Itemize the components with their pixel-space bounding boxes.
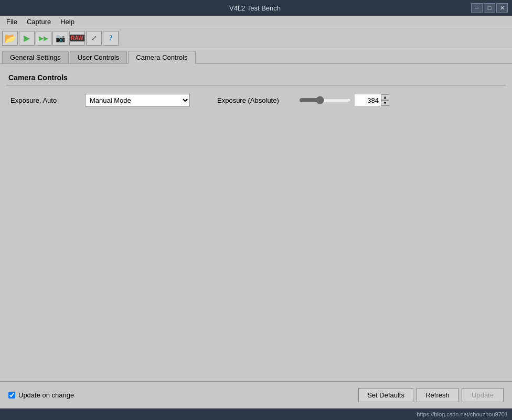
refresh-button[interactable]: Refresh bbox=[417, 388, 458, 402]
toolbar: 📂 ▶ ▶▶ 📷 RAW ⤢ ? bbox=[0, 28, 512, 48]
open-icon: 📂 bbox=[4, 33, 16, 44]
raw-icon: RAW bbox=[70, 35, 84, 41]
exposure-auto-row: Exposure, Auto Manual Mode Auto Mode Shu… bbox=[6, 92, 506, 109]
tab-general-settings[interactable]: General Settings bbox=[2, 51, 69, 63]
update-on-change-label[interactable]: Update on change bbox=[8, 391, 74, 399]
spinbox-up-button[interactable]: ▲ bbox=[381, 94, 389, 100]
exposure-absolute-group: Exposure (Absolute) ▲ ▼ bbox=[217, 94, 389, 106]
play-button[interactable]: ▶ bbox=[19, 31, 35, 46]
title-bar: V4L2 Test Bench ─ □ ✕ bbox=[0, 0, 512, 16]
tab-user-controls[interactable]: User Controls bbox=[70, 51, 127, 63]
help-button[interactable]: ? bbox=[103, 31, 119, 46]
main-content: Camera Controls Exposure, Auto Manual Mo… bbox=[0, 64, 512, 381]
menu-file[interactable]: File bbox=[2, 17, 22, 27]
update-button[interactable]: Update bbox=[462, 388, 504, 402]
raw-button[interactable]: RAW bbox=[69, 31, 85, 46]
open-button[interactable]: 📂 bbox=[2, 31, 18, 46]
maximize-button[interactable]: □ bbox=[484, 3, 495, 13]
exposure-auto-select[interactable]: Manual Mode Auto Mode Shutter Priority A… bbox=[85, 94, 190, 106]
snapshot-button[interactable]: 📷 bbox=[52, 31, 68, 46]
bottom-bar: Update on change Set Defaults Refresh Up… bbox=[0, 381, 512, 408]
set-defaults-button[interactable]: Set Defaults bbox=[358, 388, 413, 402]
help-icon: ? bbox=[109, 34, 113, 42]
play-fast-icon: ▶▶ bbox=[39, 35, 48, 42]
tabs-area: General Settings User Controls Camera Co… bbox=[0, 48, 512, 64]
exposure-auto-label: Exposure, Auto bbox=[10, 96, 79, 104]
exposure-absolute-slider[interactable] bbox=[299, 96, 351, 104]
status-text: https://blog.csdn.net/chouzhou9701 bbox=[417, 411, 508, 417]
update-on-change-text: Update on change bbox=[18, 391, 74, 399]
exposure-absolute-spinbox[interactable] bbox=[355, 94, 381, 106]
resize-icon: ⤢ bbox=[91, 34, 97, 42]
menu-bar: File Capture Help bbox=[0, 16, 512, 28]
menu-capture[interactable]: Capture bbox=[23, 17, 55, 27]
camera-controls-section: Camera Controls Exposure, Auto Manual Mo… bbox=[6, 70, 506, 109]
play-fast-button[interactable]: ▶▶ bbox=[36, 31, 51, 46]
exposure-absolute-label: Exposure (Absolute) bbox=[217, 96, 296, 104]
tab-camera-controls[interactable]: Camera Controls bbox=[128, 51, 195, 64]
spinbox-buttons: ▲ ▼ bbox=[381, 94, 389, 106]
update-on-change-checkbox[interactable] bbox=[8, 392, 15, 399]
spinbox-down-button[interactable]: ▼ bbox=[381, 100, 389, 106]
close-button[interactable]: ✕ bbox=[496, 3, 508, 13]
title-bar-title: V4L2 Test Bench bbox=[39, 4, 471, 12]
title-bar-controls: ─ □ ✕ bbox=[471, 3, 508, 13]
resize-button[interactable]: ⤢ bbox=[86, 31, 102, 46]
status-bar: https://blog.csdn.net/chouzhou9701 bbox=[0, 408, 512, 420]
camera-icon: 📷 bbox=[56, 34, 66, 43]
menu-help[interactable]: Help bbox=[56, 17, 79, 27]
bottom-buttons: Set Defaults Refresh Update bbox=[358, 388, 504, 402]
minimize-button[interactable]: ─ bbox=[471, 3, 483, 13]
spinbox-wrapper: ▲ ▼ bbox=[355, 94, 389, 106]
section-title: Camera Controls bbox=[6, 70, 506, 85]
play-icon: ▶ bbox=[24, 33, 30, 43]
